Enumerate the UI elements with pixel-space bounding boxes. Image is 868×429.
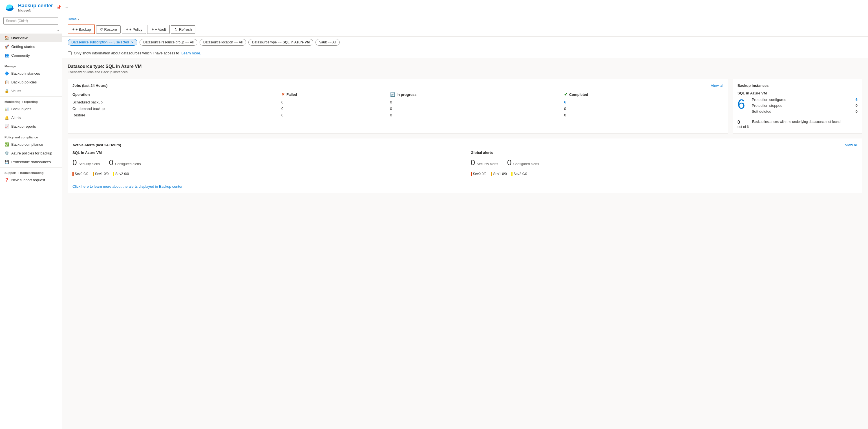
- backup-button[interactable]: ＋ + Backup: [68, 25, 95, 34]
- job-operation: Scheduled backup: [72, 99, 281, 105]
- policy-label: + Policy: [129, 27, 143, 32]
- refresh-button[interactable]: ↻ Refresh: [171, 25, 196, 34]
- support-icon: ❓: [4, 178, 9, 182]
- restore-button[interactable]: ↺ Restore: [96, 25, 121, 34]
- more-icon[interactable]: ···: [65, 5, 68, 9]
- sidebar-item-backup-reports[interactable]: 📈 Backup reports: [0, 122, 62, 131]
- global-sev1: Sev1 0/0: [491, 172, 507, 176]
- datasource-subtitle: Overview of Jobs and Backup instances: [68, 70, 862, 74]
- filter-chip-type[interactable]: Datasource type == SQL in Azure VM: [248, 39, 313, 45]
- sql-sev2-label: Sev2: [115, 172, 123, 176]
- sql-sev1: Sev1 0/0: [93, 172, 108, 176]
- sidebar-item-community[interactable]: 👥 Community: [0, 51, 62, 60]
- sidebar-item-alerts[interactable]: 🔔 Alerts: [0, 113, 62, 122]
- backup-instances-icon: 🔷: [4, 71, 9, 75]
- access-filter-checkbox[interactable]: [68, 51, 72, 55]
- policy-plus-icon: ＋: [125, 27, 129, 32]
- global-sev1-label: Sev1: [493, 172, 501, 176]
- filter-chip-resource-group[interactable]: Datasource resource group == All: [140, 39, 197, 45]
- sidebar-item-backup-jobs[interactable]: 📊 Backup jobs: [0, 104, 62, 113]
- learn-more-link[interactable]: Learn more.: [182, 51, 201, 55]
- global-sev2-value: 0/0: [522, 172, 527, 176]
- sidebar-item-new-support[interactable]: ❓ New support request: [0, 176, 62, 184]
- job-operation: Restore: [72, 112, 281, 118]
- protection-configured-label: Protection configured: [752, 97, 786, 102]
- sidebar-item-label: Backup jobs: [11, 107, 31, 111]
- job-completed: 0: [564, 105, 723, 112]
- global-configured-alerts: 0 Configured alerts: [507, 158, 539, 167]
- sidebar-item-backup-instances[interactable]: 🔷 Backup instances: [0, 69, 62, 78]
- job-completed-link[interactable]: 6: [564, 100, 566, 104]
- search-input[interactable]: [3, 17, 58, 25]
- filter-chip-location[interactable]: Datasource location == All: [199, 39, 246, 45]
- refresh-icon: ↻: [175, 27, 178, 32]
- backup-instances-big-number: 6: [738, 97, 745, 111]
- sidebar-item-protectable-datasources[interactable]: 💾 Protectable datasources: [0, 158, 62, 166]
- backup-label: + Backup: [75, 27, 91, 32]
- content-body: Datasource type: SQL in Azure VM Overvie…: [62, 58, 868, 199]
- global-configured-label: Configured alerts: [514, 162, 539, 166]
- sidebar-item-backup-compliance[interactable]: ✅ Backup compliance: [0, 140, 62, 149]
- sidebar-item-getting-started[interactable]: 🚀 Getting started: [0, 42, 62, 51]
- sidebar-collapse-button[interactable]: «: [0, 27, 62, 34]
- global-sev2-label: Sev2: [514, 172, 521, 176]
- protection-configured-value[interactable]: 6: [856, 97, 858, 102]
- alerts-learn-more: Click here to learn more about the alert…: [72, 181, 858, 189]
- alerts-card-title: Active Alerts (last 24 Hours) View all: [72, 143, 858, 147]
- sql-configured-label: Configured alerts: [115, 162, 141, 166]
- sidebar-item-label: Getting started: [11, 44, 35, 49]
- backup-instances-card: Backup instances SQL in Azure VM 6 Prote…: [733, 79, 862, 133]
- job-completed[interactable]: 6: [564, 99, 723, 105]
- alerts-learn-more-link[interactable]: Click here to learn more about the alert…: [72, 184, 182, 189]
- job-in-progress: 0: [390, 99, 564, 105]
- global-configured-num: 0: [507, 158, 512, 167]
- breadcrumb: Home ›: [68, 15, 862, 22]
- backup-instances-datasource-type: SQL in Azure VM: [738, 91, 858, 95]
- pin-icon[interactable]: 📌: [56, 5, 61, 9]
- sql-configured-alerts: 0 Configured alerts: [109, 158, 141, 167]
- sev1-bar-icon: [93, 172, 94, 176]
- sidebar-item-azure-policies[interactable]: 🛡️ Azure policies for backup: [0, 149, 62, 158]
- vaults-icon: 🔒: [4, 89, 9, 93]
- protection-stopped-row: Protection stopped 0: [752, 103, 858, 108]
- sql-security-num: 0: [72, 158, 77, 167]
- backup-jobs-icon: 📊: [4, 107, 9, 111]
- sql-sev1-label: Sev1: [95, 172, 103, 176]
- global-sev1-bar-icon: [491, 172, 492, 176]
- table-row: Scheduled backup006: [72, 99, 723, 105]
- alerts-section-sql: SQL in Azure VM 0 Security alerts 0 Conf…: [72, 151, 460, 176]
- vault-button[interactable]: ＋ + Vault: [147, 25, 170, 34]
- soft-deleted-label: Soft deleted: [752, 110, 771, 114]
- global-sev2-bar-icon: [512, 172, 513, 176]
- job-operation: On-demand backup: [72, 105, 281, 112]
- filter-chip-subscription[interactable]: Datasource subscription == 3 selected ✕: [68, 39, 137, 45]
- job-failed: 0: [281, 105, 390, 112]
- jobs-view-all-link[interactable]: View all: [711, 84, 723, 88]
- plus-icon: ＋: [72, 27, 75, 32]
- sidebar-item-backup-policies[interactable]: 📋 Backup policies: [0, 78, 62, 87]
- sidebar-item-overview[interactable]: 🏠 Overview: [0, 34, 62, 42]
- breadcrumb-home[interactable]: Home: [68, 17, 77, 21]
- sql-sev-row: Sev0 0/0 Sev1 0/0 Sev2 0/0: [72, 172, 460, 176]
- alerts-view-all-link[interactable]: View all: [845, 143, 858, 147]
- filter-chip-label: Datasource type == SQL in Azure VM: [252, 40, 310, 44]
- jobs-col-operation: Operation: [72, 91, 281, 99]
- sidebar-item-label: Vaults: [11, 89, 21, 93]
- top-bar: Backup center Microsoft 📌 ···: [0, 0, 868, 15]
- community-icon: 👥: [4, 53, 9, 58]
- filter-chip-label: Datasource location == All: [203, 40, 243, 44]
- sidebar-item-vaults[interactable]: 🔒 Vaults: [0, 87, 62, 95]
- sql-configured-num: 0: [109, 158, 114, 167]
- jobs-table: Operation ✕ Failed 🔄: [72, 91, 723, 118]
- datasource-title: Datasource type: SQL in Azure VM: [68, 64, 862, 69]
- policy-button[interactable]: ＋ + Policy: [122, 25, 146, 34]
- filter-chip-vault[interactable]: Vault == All: [315, 39, 340, 45]
- support-section-label: Support + troubleshooting: [0, 167, 62, 176]
- global-security-alerts: 0 Security alerts: [471, 158, 498, 167]
- protection-configured-row: Protection configured 6: [752, 97, 858, 102]
- global-security-label: Security alerts: [477, 162, 498, 166]
- global-sev0-value: 0/0: [482, 172, 487, 176]
- jobs-col-failed: ✕ Failed: [281, 91, 390, 99]
- filter-chip-close-icon[interactable]: ✕: [131, 40, 134, 44]
- top-cards-row: Jobs (last 24 Hours) View all Operation …: [68, 79, 862, 133]
